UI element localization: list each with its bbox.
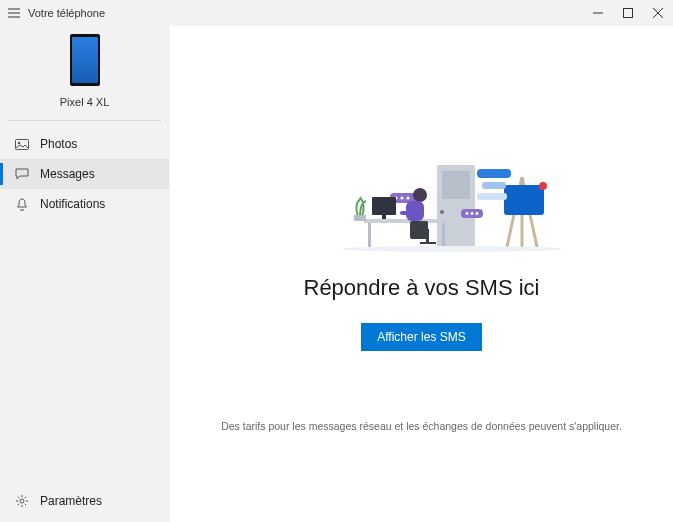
window-minimize-button[interactable] [583,0,613,26]
sidebar-item-label: Photos [40,137,77,151]
message-icon [12,168,32,180]
sidebar-nav: Photos Messages Notifications [0,125,169,219]
hamburger-icon [8,8,20,18]
window-close-button[interactable] [643,0,673,26]
svg-point-21 [470,212,473,215]
svg-rect-7 [504,185,544,215]
svg-point-8 [539,182,547,190]
hamburger-menu-button[interactable] [0,8,28,18]
bell-icon [12,198,32,211]
svg-rect-12 [477,169,511,178]
phone-device-icon [70,34,100,86]
svg-rect-31 [410,221,428,239]
app-title: Votre téléphone [28,7,105,19]
device-name: Pixel 4 XL [60,96,110,108]
svg-point-18 [406,197,409,200]
sidebar-item-messages[interactable]: Messages [0,159,169,189]
svg-rect-24 [368,223,371,247]
sidebar-item-label: Messages [40,167,95,181]
main-content: Répondre à vos SMS ici Afficher les SMS … [170,26,673,522]
sidebar: Pixel 4 XL Photos Messages [0,26,170,522]
messages-illustration [272,157,572,257]
svg-rect-13 [482,182,506,189]
minimize-icon [593,8,603,18]
svg-point-34 [342,246,562,252]
window-maximize-button[interactable] [613,0,643,26]
svg-point-3 [20,499,24,503]
sidebar-item-label: Notifications [40,197,105,211]
disclaimer-text: Des tarifs pour les messages réseau et l… [170,420,673,432]
svg-rect-26 [372,197,396,215]
gear-icon [12,494,32,508]
photo-icon [12,139,32,150]
sidebar-item-label: Paramètres [40,494,102,508]
svg-point-2 [18,141,20,143]
svg-rect-1 [16,139,29,149]
svg-rect-27 [382,215,386,219]
show-sms-button[interactable]: Afficher les SMS [361,323,481,351]
svg-rect-14 [477,193,507,200]
svg-rect-33 [354,215,366,221]
svg-rect-32 [426,229,429,243]
svg-rect-23 [364,219,450,223]
svg-rect-0 [624,9,633,18]
sidebar-item-notifications[interactable]: Notifications [0,189,169,219]
svg-point-11 [440,210,444,214]
svg-point-22 [475,212,478,215]
svg-rect-25 [442,223,445,247]
svg-rect-10 [442,171,470,199]
device-block: Pixel 4 XL [8,26,161,121]
svg-point-28 [413,188,427,202]
sidebar-item-settings[interactable]: Paramètres [0,486,169,516]
maximize-icon [623,8,633,18]
sidebar-item-photos[interactable]: Photos [0,129,169,159]
titlebar: Votre téléphone [0,0,673,26]
svg-point-17 [400,197,403,200]
main-headline: Répondre à vos SMS ici [304,275,540,301]
svg-point-20 [465,212,468,215]
close-icon [653,8,663,18]
svg-rect-30 [400,211,418,215]
